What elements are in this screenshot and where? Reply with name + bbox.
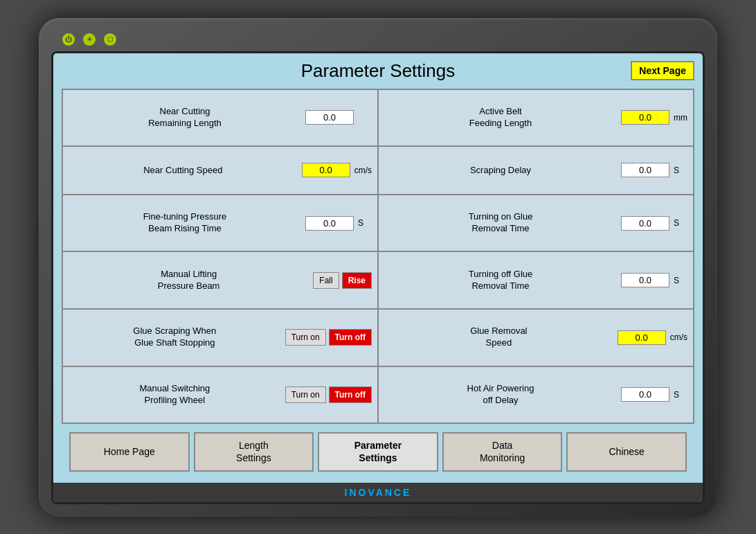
near-cutting-remaining-length-input[interactable] bbox=[305, 110, 354, 125]
asterisk-icon: ✳ bbox=[83, 33, 96, 46]
scraping-delay-label: Scraping Delay bbox=[384, 165, 617, 177]
rise-button[interactable]: Rise bbox=[342, 272, 372, 289]
glue-scraping-when-glue-shaft-stopping-label: Glue Scraping WhenGlue Shaft Stopping bbox=[69, 326, 281, 349]
manual-switching-profiling-wheel-label: Manual SwitchingProfiling Wheel bbox=[69, 383, 281, 407]
near-cutting-remaining-length-label: Near CuttingRemaining Length bbox=[69, 106, 301, 130]
finetuning-pressure-beam-rising-time-row: Fine-tuning PressureBeam Rising Time S bbox=[62, 195, 378, 252]
turning-on-glue-removal-time-input[interactable] bbox=[621, 216, 669, 231]
finetuning-pressure-beam-rising-time-input[interactable] bbox=[305, 216, 354, 231]
home-page-btn[interactable]: Home Page bbox=[69, 432, 190, 471]
turning-on-glue-removal-time-row: Turning on GlueRemoval Time S bbox=[378, 195, 694, 252]
glue-scraping-toggle-group: Turn on Turn off bbox=[285, 329, 372, 346]
page-title: Parameter Settings bbox=[301, 60, 456, 82]
active-belt-feeding-length-row: Active BeltFeeding Length mm bbox=[378, 89, 694, 147]
brand-bar: INOVANCE bbox=[53, 483, 703, 502]
params-grid: Near CuttingRemaining Length Active Belt… bbox=[62, 89, 694, 425]
chinese-btn[interactable]: Chinese bbox=[566, 432, 687, 471]
profiling-wheel-turn-on-button[interactable]: Turn on bbox=[285, 386, 326, 403]
manual-switching-profiling-wheel-row: Manual SwitchingProfiling Wheel Turn on … bbox=[62, 366, 378, 424]
data-monitoring-btn[interactable]: DataMonitoring bbox=[442, 432, 563, 471]
finetuning-pressure-beam-rising-time-label: Fine-tuning PressureBeam Rising Time bbox=[69, 211, 301, 235]
manual-lifting-toggle-group: Fall Rise bbox=[313, 272, 372, 289]
turning-off-glue-removal-time-row: Turning off GlueRemoval Time S bbox=[378, 251, 694, 309]
active-belt-feeding-length-label: Active BeltFeeding Length bbox=[384, 106, 617, 130]
glue-scraping-turn-off-button[interactable]: Turn off bbox=[329, 329, 372, 346]
manual-lifting-pressure-beam-label: Manual LiftingPressure Beam bbox=[69, 269, 309, 292]
profiling-wheel-toggle-group: Turn on Turn off bbox=[285, 386, 372, 403]
glue-scraping-when-glue-shaft-stopping-row: Glue Scraping WhenGlue Shaft Stopping Tu… bbox=[62, 309, 378, 366]
turning-off-glue-removal-time-label: Turning off GlueRemoval Time bbox=[384, 269, 617, 292]
scraping-delay-row: Scraping Delay S bbox=[378, 146, 694, 195]
device-frame: ⏻ ✳ ⬡ Parameter Settings Next Page Near … bbox=[39, 18, 717, 517]
near-cutting-speed-input[interactable] bbox=[302, 163, 350, 177]
manual-lifting-pressure-beam-row: Manual LiftingPressure Beam Fall Rise bbox=[62, 251, 378, 309]
brand-label: INOVANCE bbox=[345, 487, 412, 498]
active-belt-feeding-length-input[interactable] bbox=[621, 110, 669, 125]
glue-removal-speed-label: Glue RemovalSpeed bbox=[384, 326, 613, 349]
next-page-button[interactable]: Next Page bbox=[631, 61, 694, 80]
scraping-delay-input[interactable] bbox=[621, 163, 669, 177]
length-settings-btn[interactable]: LengthSettings bbox=[194, 432, 314, 471]
near-cutting-remaining-length-row: Near CuttingRemaining Length bbox=[62, 89, 378, 147]
hot-air-powering-off-delay-input[interactable] bbox=[621, 387, 669, 402]
power-icon: ⏻ bbox=[62, 33, 75, 46]
near-cutting-speed-label: Near Cutting Speed bbox=[69, 165, 298, 177]
hot-air-powering-off-delay-label: Hot Air Poweringoff Delay bbox=[384, 383, 617, 407]
glue-scraping-turn-on-button[interactable]: Turn on bbox=[285, 329, 326, 346]
profiling-wheel-turn-off-button[interactable]: Turn off bbox=[329, 386, 372, 403]
turning-off-glue-removal-time-input[interactable] bbox=[621, 273, 669, 287]
near-cutting-speed-row: Near Cutting Speed cm/s bbox=[62, 146, 378, 195]
header-row: Parameter Settings Next Page bbox=[62, 60, 694, 82]
network-icon: ⬡ bbox=[104, 33, 116, 46]
glue-removal-speed-input[interactable] bbox=[618, 330, 666, 345]
bottom-nav: Home Page LengthSettings ParameterSettin… bbox=[62, 428, 694, 475]
turning-on-glue-removal-time-label: Turning on GlueRemoval Time bbox=[384, 211, 617, 235]
screen: Parameter Settings Next Page Near Cuttin… bbox=[51, 51, 705, 504]
fall-button[interactable]: Fall bbox=[313, 272, 339, 289]
glue-removal-speed-row: Glue RemovalSpeed cm/s bbox=[378, 309, 694, 366]
parameter-settings-btn[interactable]: ParameterSettings bbox=[318, 432, 438, 471]
hot-air-powering-off-delay-row: Hot Air Poweringoff Delay S bbox=[378, 366, 694, 424]
indicator-row: ⏻ ✳ ⬡ bbox=[51, 30, 705, 51]
